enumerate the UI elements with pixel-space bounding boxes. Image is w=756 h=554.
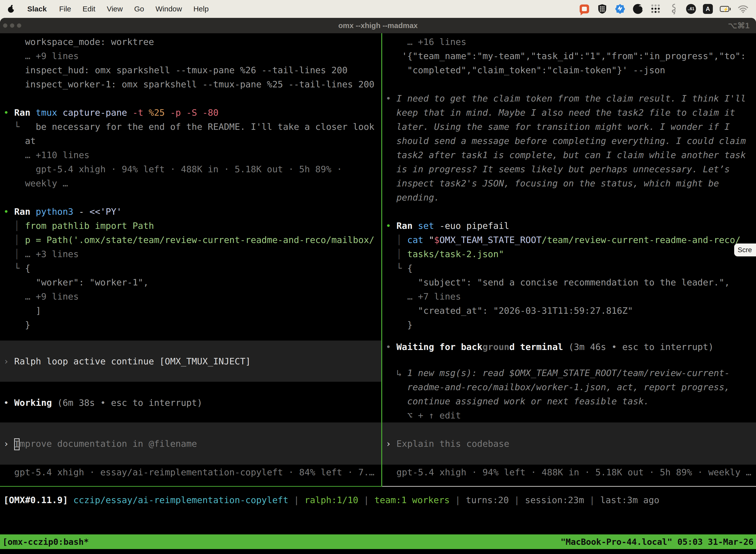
terminal-line: › Explain this codebase (386, 437, 509, 451)
input-source-icon[interactable]: A (703, 4, 713, 14)
terminal-line: │ from pathlib import Path (3, 219, 381, 233)
menu-bar-status-icons: ..61 A ⚡ (579, 3, 749, 14)
terminal-line (3, 91, 381, 106)
terminal-line: workspace_mode: worktree (3, 35, 381, 49)
terminal-line: │ … +3 lines (3, 247, 381, 261)
zoom-button[interactable] (17, 23, 21, 28)
menu-items: SlackFileEditViewGoWindowHelp (27, 5, 220, 13)
terminal-line: • Ran tmux capture-pane -t %25 -p -S -80 (3, 106, 381, 120)
terminal-line: "subject": "send a concise recommendatio… (386, 275, 756, 289)
terminal-line: [OMX#0.11.9] cczip/essay/ai-reimplementa… (3, 493, 756, 507)
mailbox-message: ↳ 1 new msg(s): read $OMX_TEAM_STATE_ROO… (386, 366, 756, 423)
right-prompt-input[interactable]: › Explain this codebase (382, 423, 756, 465)
terminal-line: at (3, 134, 381, 148)
menu-item-file[interactable]: File (59, 5, 71, 13)
close-button[interactable] (3, 23, 7, 28)
menu-item-view[interactable]: View (107, 5, 123, 13)
chat-app-icon[interactable] (579, 3, 590, 14)
tmux-host-clock-label: "MacBook-Pro-44.local" 05:03 31-Mar-26 (561, 537, 754, 547)
tmux-status-bar: [omx-cczip0:bash* "MacBook-Pro-44.local"… (0, 535, 756, 549)
right-terminal-pane[interactable]: … +16 lines '{"team_name":"my-team","tas… (382, 33, 756, 486)
terminal-line: weekly … (3, 176, 381, 190)
terminal-line: ] (3, 303, 381, 318)
minimize-button[interactable] (10, 23, 14, 28)
terminal-line: gpt-5.4 xhigh · essay/ai-reimplementatio… (3, 465, 381, 479)
menu-bar: SlackFileEditViewGoWindowHelp (0, 0, 756, 18)
wifi-icon[interactable] (738, 3, 749, 14)
counter-badge-icon[interactable]: ..61 (686, 4, 696, 14)
crescent-circle-icon[interactable] (632, 3, 643, 14)
working-status-line: • Working (6m 38s • esc to interrupt) (3, 396, 381, 410)
terminal-line: gpt-5.4 xhigh · 94% left · 488K in · 5.1… (386, 465, 756, 479)
terminal-line (3, 190, 381, 205)
terminal-line: ⌥ + ↑ edit (386, 408, 756, 423)
terminal-line: inspect_worker-1: omx sparkshell --tmux-… (3, 77, 381, 91)
terminal-line: • Waiting for background terminal (3m 46… (386, 340, 756, 354)
terminal-line: … +7 lines (386, 289, 756, 303)
terminal-line: │ p = Path('.omx/state/team/review-curre… (3, 233, 381, 247)
screen-share-overlay[interactable]: Scre (734, 243, 756, 257)
terminal-line: › Ralph loop active continue [OMX_TMUX_I… (3, 354, 251, 368)
squiggle-icon[interactable] (668, 3, 679, 14)
waiting-status-line: • Waiting for background terminal (3m 46… (386, 340, 756, 354)
terminal-line: • I need to get the claim token from the… (386, 91, 756, 106)
terminal-line: task2 after task1 is complete, but can I… (386, 148, 756, 162)
terminal-line: is in progress? It seems likely but perh… (386, 162, 756, 176)
terminal-line: └ { (3, 261, 381, 275)
terminal-line: } (3, 318, 381, 332)
omx-hud-status-line: [OMX#0.11.9] cczip/essay/ai-reimplementa… (0, 493, 756, 507)
terminal-line: … +16 lines (386, 35, 756, 49)
terminal-line: │ cat "$OMX_TEAM_STATE_ROOT/team/review-… (386, 233, 756, 247)
terminal-line: should send a message before completing … (386, 134, 756, 148)
window-title: omx --xhigh --madmax (0, 21, 756, 30)
terminal-line: • Ran python3 - <<'PY' (3, 205, 381, 219)
terminal-line: └ { (386, 261, 756, 275)
right-pane-status-line: gpt-5.4 xhigh · 94% left · 488K in · 5.1… (386, 465, 756, 479)
terminal-line: pending. (386, 190, 756, 205)
terminal-line: '{"team_name":"my-team","task_id":"1","f… (386, 49, 756, 63)
right-pane-output: … +16 lines '{"team_name":"my-team","tas… (382, 33, 756, 332)
apple-menu-icon[interactable] (7, 4, 16, 14)
terminal-line (386, 205, 756, 219)
dots-grid-icon[interactable] (650, 3, 661, 14)
tmux-session-label: [omx-cczip0:bash* (2, 537, 89, 547)
terminal-line: • Ran set -euo pipefail (386, 219, 756, 233)
terminal-line: inspect_hud: omx sparkshell --tmux-pane … (3, 63, 381, 77)
terminal-line: keep that in mind. Maybe I also need the… (386, 106, 756, 120)
battery-icon[interactable]: ⚡ (720, 3, 731, 14)
left-pane-status-line: gpt-5.4 xhigh · essay/ai-reimplementatio… (3, 465, 381, 479)
menu-item-window[interactable]: Window (155, 5, 182, 13)
terminal-line: } (386, 318, 756, 332)
left-prompt-input[interactable]: › Improve documentation in @filename (0, 423, 381, 465)
terminal-line: readme-and-reco/mailbox/worker-1.json, a… (386, 380, 756, 394)
terminal-line: └ be necessary for the end of the README… (3, 120, 381, 134)
terminal-line: ↳ 1 new msg(s): read $OMX_TEAM_STATE_ROO… (386, 366, 756, 380)
menu-item-help[interactable]: Help (193, 5, 209, 13)
menu-item-edit[interactable]: Edit (82, 5, 96, 13)
terminal-line: continue assigned work or next feasible … (386, 394, 756, 408)
menu-item-go[interactable]: Go (134, 5, 144, 13)
terminal-line: … +9 lines (3, 289, 381, 303)
ralph-loop-notice-band: › Ralph loop active continue [OMX_TMUX_I… (0, 340, 381, 382)
verified-badge-icon[interactable] (615, 3, 626, 14)
terminal-line: … +9 lines (3, 49, 381, 63)
terminal-line: "worker": "worker-1", (3, 275, 381, 289)
terminal-window: omx --xhigh --madmax ⌥⌘1 workspace_mode:… (0, 18, 756, 554)
terminal-line: │ tasks/task-2.json" (386, 247, 756, 261)
terminal-line: › Improve documentation in @filename (3, 437, 197, 451)
left-pane-output: workspace_mode: worktree … +9 lines insp… (0, 33, 381, 332)
terminal-line: inspect task2's JSON, focusing on the st… (386, 176, 756, 190)
terminal-line: later. Using the same for transition mig… (386, 120, 756, 134)
window-shortcut-hint: ⌥⌘1 (728, 21, 750, 30)
terminal-line: "created_at": "2026-03-31T11:59:27.816Z" (386, 303, 756, 318)
terminal-line: • Working (6m 38s • esc to interrupt) (3, 396, 381, 410)
terminal-line: "completed","claim_token":"claim-token"}… (386, 63, 756, 77)
keypad-shield-icon[interactable] (597, 3, 608, 14)
menu-item-slack[interactable]: Slack (27, 5, 47, 13)
left-terminal-pane[interactable]: workspace_mode: worktree … +9 lines insp… (0, 33, 381, 486)
terminal-line (386, 77, 756, 91)
terminal-line: gpt-5.4 xhigh · 94% left · 488K in · 5.1… (3, 162, 381, 176)
terminal-line: … +110 lines (3, 148, 381, 162)
pane-bottom-borders (0, 486, 756, 487)
window-titlebar[interactable]: omx --xhigh --madmax ⌥⌘1 (0, 18, 756, 33)
